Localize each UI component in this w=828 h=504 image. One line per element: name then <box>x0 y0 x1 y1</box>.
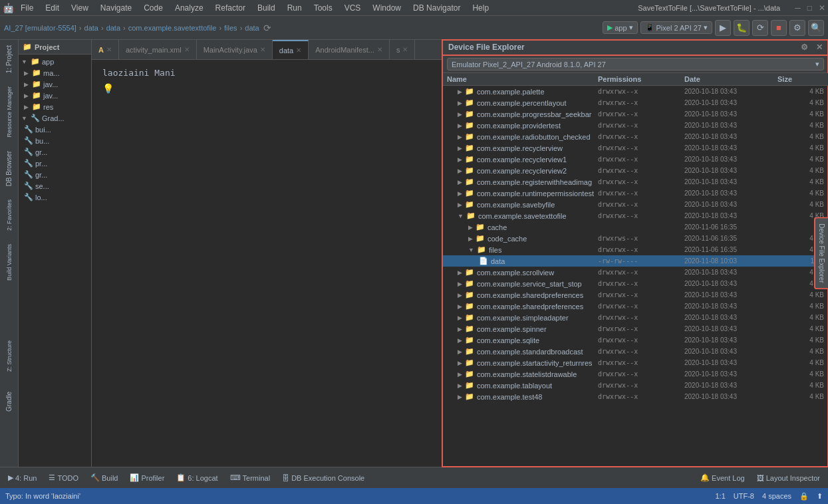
editor-content[interactable]: laoziaini Mani 💡 <box>92 60 442 467</box>
file-row-sharedprefs1[interactable]: ▶📁com.example.sharedpreferences drwxrwx-… <box>443 289 828 301</box>
file-row-code-cache[interactable]: ▶📁code_cache drwxrws--x 2020-11-06 16:35… <box>443 233 828 244</box>
tab-close[interactable]: ✕ <box>184 46 190 53</box>
tree-item-app[interactable]: ▼ 📁 app <box>19 56 91 67</box>
sidebar-tab-favorites[interactable]: 2: Favorites <box>5 197 14 233</box>
sync-btn[interactable]: ⟳ <box>752 20 768 36</box>
breadcrumb-files[interactable]: files <box>224 24 237 32</box>
tree-item-pr[interactable]: 🔧 pr... <box>19 158 91 169</box>
file-row-data-selected[interactable]: 📄data -rw-rw---- 2020-11-08 10:03 15 B <box>443 255 828 267</box>
menu-tools[interactable]: Tools <box>309 2 338 14</box>
stop-btn[interactable]: ■ <box>771 20 787 36</box>
file-row-simpleadapter[interactable]: ▶📁com.example.simpleadapter drwxrwx--x 2… <box>443 312 828 323</box>
tree-item-build1[interactable]: 🔧 bui... <box>19 124 91 135</box>
run-tool-btn[interactable]: ▶ 4: Run <box>4 472 41 483</box>
tree-item-gradle[interactable]: ▼ 🔧 Grad... <box>19 112 91 124</box>
tab-activity-main[interactable]: activity_main.xml ✕ <box>119 40 197 60</box>
file-row-providertest[interactable]: ▶📁com.example.providertest drwxrwx--x 20… <box>443 120 828 131</box>
tab-data[interactable]: data ✕ <box>273 40 309 60</box>
breadcrumb-data1[interactable]: data <box>84 24 98 32</box>
file-row-scrollview[interactable]: ▶📁com.example.scrollview drwxrwx--x 2020… <box>443 267 828 278</box>
debug-btn[interactable]: 🐛 <box>734 20 750 36</box>
menu-edit[interactable]: Edit <box>40 2 65 14</box>
file-row-recyclerview2[interactable]: ▶📁com.example.recyclerview2 drwxrwx--x 2… <box>443 165 828 176</box>
tree-item-gr1[interactable]: 🔧 gr... <box>19 146 91 158</box>
device-dropdown[interactable]: 📱 Pixel 2 API 27 ▾ <box>640 21 713 34</box>
menu-code[interactable]: Code <box>138 2 168 14</box>
terminal-btn[interactable]: ⌨ Terminal <box>226 472 275 483</box>
sync-icon[interactable]: ⟳ <box>263 23 271 33</box>
file-row-savebyfile[interactable]: ▶📁com.example.savebyfile drwxrwx--x 2020… <box>443 199 828 210</box>
file-row-startactivity[interactable]: ▶📁com.example.startactivity_returnres dr… <box>443 357 828 368</box>
menu-run[interactable]: Run <box>282 2 307 14</box>
app-dropdown[interactable]: ▶ app ▾ <box>603 21 637 34</box>
breadcrumb-package[interactable]: com.example.savetexttofile <box>128 24 217 32</box>
tab-s[interactable]: s ✕ <box>390 40 416 60</box>
tree-item-lo[interactable]: 🔧 lo... <box>19 191 91 203</box>
tree-item-ma[interactable]: ▶ 📁 ma... <box>19 67 91 78</box>
tab-a-close[interactable]: ✕ <box>106 46 112 53</box>
settings-btn[interactable]: ⚙ <box>789 20 805 36</box>
todo-btn[interactable]: ☰ TODO <box>45 472 82 483</box>
tree-item-java1[interactable]: ▶ 📁 jav... <box>19 78 91 90</box>
emulator-select[interactable]: Emulator Pixel_2_API_27 Android 8.1.0, A… <box>447 58 824 70</box>
file-row-files[interactable]: ▼📁files drwxrwx--x 2020-11-06 16:35 4 KB <box>443 244 828 255</box>
breadcrumb-data2[interactable]: data <box>106 24 120 32</box>
menu-window[interactable]: Window <box>367 2 406 14</box>
menu-navigate[interactable]: Navigate <box>95 2 137 14</box>
file-row-runtime[interactable]: ▶📁com.example.runtimepermissiontest drwx… <box>443 188 828 199</box>
sidebar-tab-project[interactable]: 1: Project <box>4 43 14 76</box>
file-row-savetexttofile[interactable]: ▼📁com.example.savetexttofile drwxrwx--x … <box>443 210 828 221</box>
file-row-standardbroadcast[interactable]: ▶📁com.example.standardbroadcast drwxrwx-… <box>443 346 828 357</box>
sidebar-tab-db[interactable]: DB Browser <box>4 148 14 189</box>
tab-a[interactable]: A ✕ <box>92 40 119 60</box>
file-row-service[interactable]: ▶📁com.example.service_start_stop drwxrwx… <box>443 278 828 289</box>
event-log-btn[interactable]: 🔔 Event Log <box>696 472 749 483</box>
menu-vcs[interactable]: VCS <box>339 2 366 14</box>
tree-item-bu[interactable]: 🔧 bu... <box>19 135 91 146</box>
file-row-sqlite[interactable]: ▶📁com.example.sqlite drwxrwx--x 2020-10-… <box>443 334 828 346</box>
menu-build[interactable]: Build <box>252 2 281 14</box>
tab-close[interactable]: ✕ <box>296 47 301 54</box>
menu-refactor[interactable]: Refactor <box>210 2 251 14</box>
build-btn[interactable]: 🔨 Build <box>86 472 122 483</box>
search-btn[interactable]: 🔍 <box>808 20 824 36</box>
file-row-radiobutton[interactable]: ▶📁com.example.radiobutton_checked drwxrw… <box>443 131 828 142</box>
menu-help[interactable]: Help <box>467 2 494 14</box>
file-row-recyclerview[interactable]: ▶📁com.example.recyclerview drwxrwx--x 20… <box>443 142 828 154</box>
file-row-statelist[interactable]: ▶📁com.example.statelistdrawable drwxrwx-… <box>443 368 828 380</box>
file-row-test48[interactable]: ▶📁com.example.test48 drwxrwx--x 2020-10-… <box>443 391 828 402</box>
run-btn[interactable]: ▶ <box>715 20 731 36</box>
menu-db-navigator[interactable]: DB Navigator <box>408 2 466 14</box>
file-row-cache[interactable]: ▶📁cache 2020-11-06 16:35 <box>443 221 828 233</box>
breadcrumb-datafile[interactable]: data <box>245 24 259 32</box>
breadcrumb-api27[interactable]: AI_27 [emulator-5554] <box>4 24 76 32</box>
file-row-palette[interactable]: ▶📁com.example.palette drwxrwx--x 2020-10… <box>443 86 828 97</box>
logcat-btn[interactable]: 📋 6: Logcat <box>172 472 221 483</box>
sidebar-tab-build[interactable]: Build Variants <box>5 241 14 283</box>
tree-item-res[interactable]: ▶ 📁 res <box>19 101 91 112</box>
maximize-btn[interactable]: □ <box>807 3 812 13</box>
tree-item-java2[interactable]: ▶ 📁 jav... <box>19 90 91 101</box>
file-row-registerwith[interactable]: ▶📁com.example.registerwithheadimag drwxr… <box>443 176 828 188</box>
minimize-btn[interactable]: ─ <box>795 3 801 13</box>
dfe-hide-icon[interactable]: ✕ <box>816 43 823 52</box>
menu-view[interactable]: View <box>66 2 94 14</box>
tab-manifest[interactable]: AndroidManifest... ✕ <box>309 40 390 60</box>
tab-close[interactable]: ✕ <box>377 46 382 53</box>
file-row-percentlayout[interactable]: ▶📁com.example.percentlayout drwxrwx--x 2… <box>443 97 828 108</box>
tab-close[interactable]: ✕ <box>260 46 265 53</box>
tab-mainactivity[interactable]: MainActivity.java ✕ <box>197 40 273 60</box>
dfe-right-tab[interactable]: Device File Explorer <box>814 217 828 289</box>
tab-close[interactable]: ✕ <box>402 46 408 53</box>
dfe-settings-icon[interactable]: ⚙ <box>801 43 808 52</box>
sidebar-tab-resource[interactable]: Resource Manager <box>5 84 14 140</box>
layout-inspector-btn[interactable]: 🖼 Layout Inspector <box>753 473 824 483</box>
file-row-spinner[interactable]: ▶📁com.example.spinner drwxrwx--x 2020-10… <box>443 323 828 334</box>
file-row-sharedprefs2[interactable]: ▶📁com.example.sharedpreferences drwxrwx-… <box>443 301 828 312</box>
close-btn[interactable]: ✕ <box>819 3 825 13</box>
tree-item-se[interactable]: 🔧 se... <box>19 180 91 191</box>
sidebar-tab-gradle[interactable]: Gradle <box>4 389 14 414</box>
sidebar-tab-structure[interactable]: Z: Structure <box>5 338 14 374</box>
db-console-btn[interactable]: 🗄 DB Execution Console <box>278 473 368 483</box>
file-row-progressbar[interactable]: ▶📁com.example.progressbar_seekbar drwxrw… <box>443 108 828 120</box>
